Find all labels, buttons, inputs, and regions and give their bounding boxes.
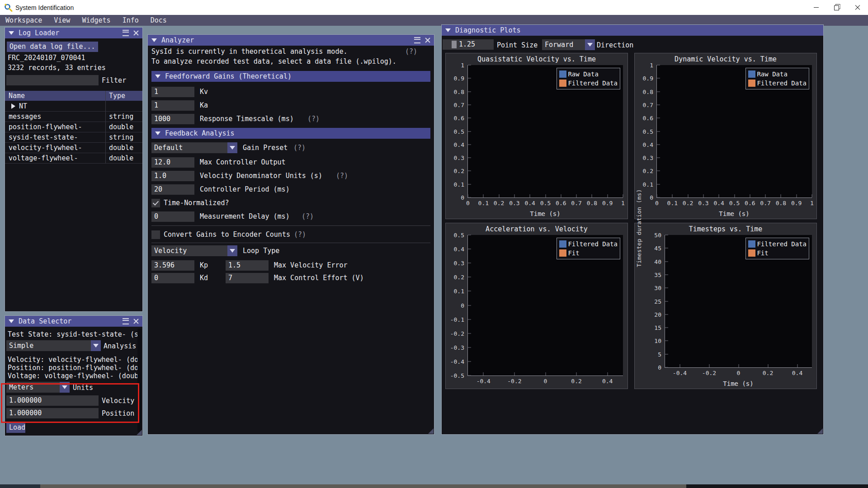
log-loader-window: Log Loader Open data log file... FRC_202… (5, 27, 143, 312)
legend-entry[interactable]: Raw Data (559, 70, 618, 79)
help-hint[interactable]: (?) (293, 144, 306, 152)
restore-button[interactable] (826, 0, 847, 15)
axis-tick-mark (607, 194, 608, 197)
column-header-name[interactable]: Name (9, 92, 25, 100)
menu-workspace[interactable]: Workspace (5, 16, 42, 24)
axis-tick-mark (765, 194, 766, 197)
analysis-type-combo[interactable]: Simple (6, 340, 101, 351)
log-file-name: FRC_20240107_070041 (8, 54, 85, 62)
window-close-icon[interactable] (133, 319, 139, 324)
resize-grip[interactable] (817, 428, 823, 434)
slider-grab[interactable] (452, 41, 457, 48)
legend-entry[interactable]: Raw Data (748, 70, 807, 79)
row-type: double (109, 123, 133, 131)
plot-area[interactable]: 10.90.80.70.60.50.40.30.20.1000.10.20.30… (656, 65, 812, 198)
legend-entry[interactable]: Fit (559, 249, 618, 258)
legend-entry[interactable]: Filtered Data (748, 239, 807, 249)
help-hint[interactable]: (?) (336, 172, 348, 180)
point-size-slider[interactable]: 1.25 (443, 39, 494, 50)
window-menu-icon[interactable] (414, 37, 420, 43)
direction-combo[interactable]: Forward (542, 39, 595, 50)
analysis-type-value: Simple (6, 340, 91, 351)
menu-widgets[interactable]: Widgets (82, 16, 110, 24)
scrollbar[interactable] (137, 328, 142, 433)
table-row[interactable]: voltage-flywheel- double (5, 153, 142, 164)
convert-gains-checkbox[interactable] (151, 230, 160, 239)
ka-input[interactable]: 1 (151, 100, 194, 111)
axis-tick-mark (468, 78, 471, 79)
collapse-triangle-icon[interactable] (9, 319, 14, 323)
close-button[interactable] (847, 0, 868, 15)
collapse-triangle-icon[interactable] (9, 31, 14, 35)
controller-period-input[interactable]: 20 (151, 184, 194, 195)
separator (151, 225, 430, 226)
feedback-analysis-header[interactable]: Feedback Analysis (151, 128, 430, 139)
legend-entry[interactable]: Fit (748, 249, 807, 258)
position-scale-input[interactable]: 1.000000 (6, 408, 99, 418)
filter-input[interactable] (6, 75, 99, 85)
resize-grip[interactable] (137, 430, 142, 435)
table-row[interactable]: sysid-test-state- string (5, 132, 142, 143)
menu-view[interactable]: View (54, 16, 70, 24)
help-hint[interactable]: (?) (294, 230, 306, 239)
help-hint[interactable]: (?) (302, 212, 314, 221)
collapse-triangle-icon[interactable] (151, 38, 157, 42)
plot-area[interactable]: 50454035302520151050-0.4-0.200.20.4Filte… (665, 235, 812, 368)
minimize-button[interactable] (806, 0, 826, 15)
time-normalized-checkbox[interactable] (151, 199, 160, 207)
loop-type-combo[interactable]: Velocity (151, 245, 237, 256)
tree-expand-icon[interactable] (11, 103, 15, 109)
units-combo[interactable]: Meters (6, 382, 70, 393)
load-button[interactable]: Load (6, 422, 25, 433)
legend-entry[interactable]: Filtered Data (559, 239, 618, 249)
axis-tick-label: 0.7 (760, 200, 770, 206)
menu-info[interactable]: Info (123, 16, 139, 24)
menu-docs[interactable]: Docs (151, 16, 167, 24)
axis-tick-mark (738, 364, 739, 367)
window-menu-icon[interactable] (123, 30, 129, 36)
legend-name: Filtered Data (757, 80, 807, 87)
analyzer-header[interactable]: Analyzer (148, 35, 434, 46)
measurement-delay-input[interactable]: 0 (151, 211, 194, 222)
table-row[interactable]: position-flywheel- double (5, 122, 142, 132)
data-selector-header[interactable]: Data Selector (5, 316, 142, 327)
plot-area[interactable]: 0.50.40.30.20.10-0.1-0.2-0.3-0.4-0.5-0.4… (467, 235, 623, 376)
legend-entry[interactable]: Filtered Data (559, 79, 618, 88)
velocity-scale-input[interactable]: 1.000000 (6, 395, 99, 406)
collapse-triangle-icon[interactable] (445, 28, 451, 32)
row-type: double (109, 154, 133, 162)
axis-tick-label: 0.1 (478, 200, 489, 206)
gain-preset-combo[interactable]: Default (151, 142, 237, 153)
plot-area[interactable]: 10.90.80.70.60.50.40.30.20.1000.10.20.30… (467, 65, 623, 198)
kv-input[interactable]: 1 (151, 87, 194, 97)
resize-grip[interactable] (428, 428, 434, 434)
help-hint[interactable]: (?) (405, 47, 417, 56)
max-velocity-error-input[interactable]: 1.5 (226, 260, 269, 271)
feedforward-gains-header[interactable]: Feedforward Gains (Theoretical) (151, 71, 430, 82)
help-hint[interactable]: (?) (307, 115, 320, 123)
axis-tick-label: 0.5 (540, 200, 551, 206)
window-close-icon[interactable] (133, 30, 139, 36)
kp-input[interactable]: 3.596 (151, 260, 194, 271)
log-loader-header[interactable]: Log Loader (5, 28, 142, 38)
filter-label: Filter (102, 76, 126, 84)
velocity-denominator-input[interactable]: 1.0 (151, 171, 194, 181)
window-menu-icon[interactable] (123, 318, 129, 324)
column-header-type[interactable]: Type (109, 92, 125, 100)
axis-tick-label: 0.1 (454, 181, 464, 188)
max-control-effort-input[interactable]: 7 (226, 273, 269, 283)
axis-tick-label: 0.4 (602, 378, 613, 385)
timescale-input[interactable]: 1000 (151, 114, 194, 124)
axis-tick-label: -0.4 (673, 370, 687, 376)
open-log-file-button[interactable]: Open data log file... (7, 42, 98, 52)
diagnostic-plots-header[interactable]: Diagnostic Plots (442, 25, 823, 36)
table-row[interactable]: velocity-flywheel- double (5, 142, 142, 153)
legend-entry[interactable]: Filtered Data (748, 79, 807, 88)
max-controller-output-input[interactable]: 12.0 (151, 157, 194, 168)
table-row[interactable]: messages string (5, 111, 142, 122)
window-close-icon[interactable] (425, 38, 430, 43)
kd-input[interactable]: 0 (151, 273, 194, 283)
axis-tick-mark (657, 184, 660, 184)
table-row[interactable]: NT (5, 101, 142, 112)
axis-tick-label: 0.7 (571, 200, 581, 206)
